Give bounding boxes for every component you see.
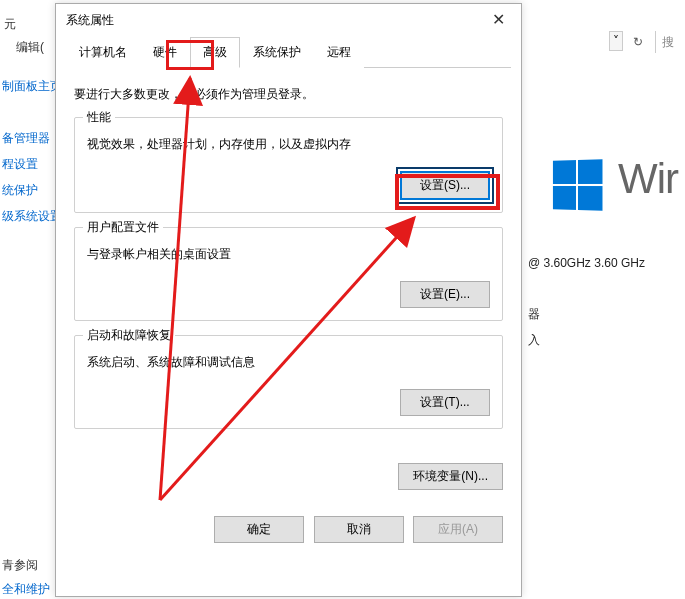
user-profile-group-desc: 与登录帐户相关的桌面设置 xyxy=(87,246,490,263)
user-profile-settings-button[interactable]: 设置(E)... xyxy=(400,281,490,308)
environment-variables-button[interactable]: 环境变量(N)... xyxy=(398,463,503,490)
user-profile-group-title: 用户配置文件 xyxy=(83,219,163,236)
startup-recovery-group-desc: 系统启动、系统故障和调试信息 xyxy=(87,354,490,371)
apply-button[interactable]: 应用(A) xyxy=(413,516,503,543)
dialog-content: 要进行大多数更改，你必须作为管理员登录。 性能 视觉效果，处理器计划，内存使用，… xyxy=(56,68,521,457)
security-maintenance-link[interactable]: 全和维护 xyxy=(0,577,52,599)
device-manager-link[interactable]: 备管理器 xyxy=(0,126,52,151)
tab-strip: 计算机名 硬件 高级 系统保护 远程 xyxy=(66,36,511,68)
performance-group-title: 性能 xyxy=(83,109,115,126)
env-var-row: 环境变量(N)... xyxy=(56,457,521,506)
windows-logo-icon xyxy=(553,159,603,210)
address-dropdown-icon[interactable]: ˅ xyxy=(609,31,623,51)
tab-system-protection[interactable]: 系统保护 xyxy=(240,37,314,68)
performance-settings-button[interactable]: 设置(S)... xyxy=(400,171,490,200)
search-input[interactable]: 搜 xyxy=(655,31,685,53)
bg-text: 入 xyxy=(528,332,540,349)
bg-text: 元 xyxy=(2,12,18,37)
tab-advanced[interactable]: 高级 xyxy=(190,37,240,68)
cancel-button[interactable]: 取消 xyxy=(314,516,404,543)
bg-text: 编辑( xyxy=(14,35,46,60)
tab-remote[interactable]: 远程 xyxy=(314,37,364,68)
startup-recovery-settings-button[interactable]: 设置(T)... xyxy=(400,389,490,416)
admin-instruction-text: 要进行大多数更改，你必须作为管理员登录。 xyxy=(74,86,503,103)
user-profile-group: 用户配置文件 与登录帐户相关的桌面设置 设置(E)... xyxy=(74,227,503,321)
cpu-spec-text: @ 3.60GHz 3.60 GHz xyxy=(528,256,645,270)
performance-group-desc: 视觉效果，处理器计划，内存使用，以及虚拟内存 xyxy=(87,136,490,153)
windows-brand-text: Wir xyxy=(618,155,678,203)
remote-settings-link[interactable]: 程设置 xyxy=(0,152,40,177)
startup-recovery-group: 启动和故障恢复 系统启动、系统故障和调试信息 设置(T)... xyxy=(74,335,503,429)
ok-button[interactable]: 确定 xyxy=(214,516,304,543)
see-also-label: 青参阅 xyxy=(0,553,40,578)
dialog-footer: 确定 取消 应用(A) xyxy=(56,506,521,553)
close-button[interactable]: ✕ xyxy=(476,5,521,35)
bg-text: 器 xyxy=(528,306,540,323)
dialog-title: 系统属性 xyxy=(66,12,114,29)
tab-hardware[interactable]: 硬件 xyxy=(140,37,190,68)
refresh-icon[interactable]: ↻ xyxy=(627,31,649,53)
background-left-sidebar: 元 编辑( 制面板主页 备管理器 程设置 统保护 级系统设置 青参阅 全和维护 xyxy=(0,0,55,599)
close-icon: ✕ xyxy=(492,11,505,28)
performance-group: 性能 视觉效果，处理器计划，内存使用，以及虚拟内存 设置(S)... xyxy=(74,117,503,213)
system-properties-dialog: 系统属性 ✕ 计算机名 硬件 高级 系统保护 远程 要进行大多数更改，你必须作为… xyxy=(55,3,522,597)
system-protection-link[interactable]: 统保护 xyxy=(0,178,40,203)
titlebar: 系统属性 ✕ xyxy=(56,4,521,36)
startup-recovery-group-title: 启动和故障恢复 xyxy=(83,327,175,344)
background-right-panel: ˅ ↻ 搜 Wir @ 3.60GHz 3.60 GHz 器 入 xyxy=(522,0,685,599)
tab-computer-name[interactable]: 计算机名 xyxy=(66,37,140,68)
